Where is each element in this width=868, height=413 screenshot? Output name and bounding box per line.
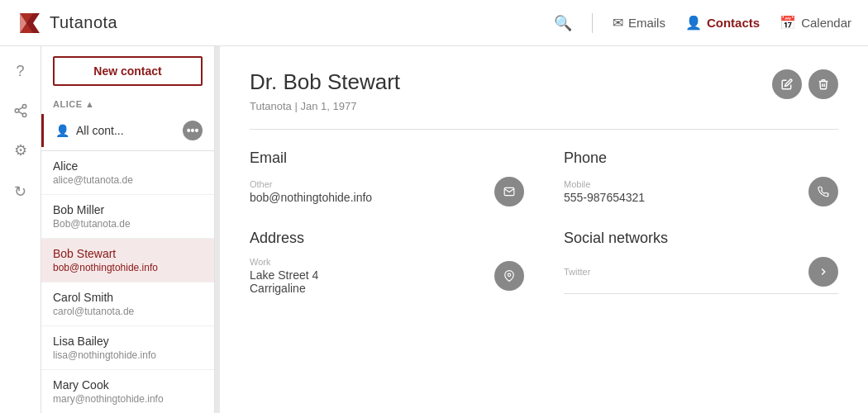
tutanota-logo-icon xyxy=(17,10,43,36)
contact-name: Mary Cook xyxy=(53,378,203,392)
email-field-group: Other bob@nothingtohide.info xyxy=(250,177,524,206)
calendar-label: Calendar xyxy=(801,16,851,30)
nav-calendar[interactable]: 📅 Calendar xyxy=(780,15,851,31)
twitter-row: Twitter xyxy=(564,257,838,294)
contact-entry-lisa-bailey[interactable]: Lisa Bailey lisa@nothingtohide.info xyxy=(41,326,214,370)
contact-entries: Alice alice@tutanota.de Bob Miller Bob@t… xyxy=(41,150,214,413)
contact-email: lisa@nothingtohide.info xyxy=(53,349,203,361)
svg-point-3 xyxy=(15,109,19,113)
delete-contact-button[interactable] xyxy=(808,69,838,99)
contact-email: mary@nothingtohide.info xyxy=(53,393,203,405)
detail-header: Dr. Bob Stewart Tutanota | Jan 1, 1977 xyxy=(250,69,838,130)
svg-point-4 xyxy=(22,113,26,117)
address-field-info: Work Lake Street 4 Carrigaline xyxy=(250,257,484,295)
address-section: Address Work Lake Street 4 Carrigaline xyxy=(250,230,524,295)
all-contacts-label: All cont... xyxy=(76,124,176,137)
app-logo-text: Tutanota xyxy=(50,13,117,32)
main-layout: ? ⚙ ↻ New contact ALICE ▲ 👤 All cont... … xyxy=(0,46,868,413)
nav-emails[interactable]: ✉ Emails xyxy=(613,15,665,31)
contact-list-panel: New contact ALICE ▲ 👤 All cont... ••• Al… xyxy=(41,46,215,413)
contact-entry-carol-smith[interactable]: Carol Smith carol@tutanota.de xyxy=(41,282,214,326)
contact-entry-bob-stewart[interactable]: Bob Stewart bob@nothingtohide.info xyxy=(41,239,214,282)
all-contacts-more-button[interactable]: ••• xyxy=(183,121,203,140)
email-field-label: Other xyxy=(250,179,484,189)
contact-name: Alice xyxy=(53,159,203,173)
search-icon[interactable]: 🔍 xyxy=(554,14,572,32)
all-contacts-row[interactable]: 👤 All cont... ••• xyxy=(41,114,214,147)
contact-name: Lisa Bailey xyxy=(53,335,203,348)
nav-contacts[interactable]: 👤 Contacts xyxy=(685,15,760,31)
edit-contact-button[interactable] xyxy=(772,69,802,99)
group-label: ALICE ▲ xyxy=(41,96,214,114)
twitter-label: Twitter xyxy=(564,267,799,277)
nav-right: 🔍 ✉ Emails 👤 Contacts 📅 Calendar xyxy=(554,13,851,33)
emails-icon: ✉ xyxy=(613,15,623,31)
contact-detail-subtitle: Tutanota | Jan 1, 1977 xyxy=(250,100,772,112)
contacts-label: Contacts xyxy=(707,16,760,30)
contact-email: carol@tutanota.de xyxy=(53,306,203,317)
person-icon: 👤 xyxy=(55,124,69,137)
contact-name: Carol Smith xyxy=(53,291,203,304)
phone-field-value: 555-987654321 xyxy=(564,191,799,204)
share-icon[interactable] xyxy=(13,103,28,118)
contact-detail-name: Dr. Bob Stewart xyxy=(250,69,772,95)
map-address-button[interactable] xyxy=(494,261,524,291)
send-email-button[interactable] xyxy=(494,177,524,206)
contact-email: bob@nothingtohide.info xyxy=(53,262,203,273)
emails-label: Emails xyxy=(628,16,665,30)
phone-section-title: Phone xyxy=(564,150,838,167)
phone-field-label: Mobile xyxy=(564,179,799,189)
sidebar: ? ⚙ ↻ xyxy=(0,46,41,413)
address-field-label: Work xyxy=(250,257,484,267)
address-field-line1: Lake Street 4 xyxy=(250,268,484,282)
svg-point-7 xyxy=(508,273,511,277)
contact-name: Bob Miller xyxy=(53,203,203,216)
email-section-title: Email xyxy=(250,150,524,167)
detail-title-area: Dr. Bob Stewart Tutanota | Jan 1, 1977 xyxy=(250,69,772,112)
settings-icon[interactable]: ⚙ xyxy=(14,141,27,159)
calendar-icon: 📅 xyxy=(780,15,796,31)
contact-entry-bob-miller[interactable]: Bob Miller Bob@tutanota.de xyxy=(41,195,214,239)
social-section: Social networks Twitter xyxy=(564,230,838,295)
open-twitter-button[interactable] xyxy=(808,257,838,287)
phone-section: Phone Mobile 555-987654321 xyxy=(564,150,838,206)
address-section-title: Address xyxy=(250,230,524,247)
svg-point-2 xyxy=(22,105,26,109)
phone-field-group: Mobile 555-987654321 xyxy=(564,177,838,206)
address-field-group: Work Lake Street 4 Carrigaline xyxy=(250,257,524,295)
refresh-icon[interactable]: ↻ xyxy=(14,183,26,201)
svg-line-5 xyxy=(18,112,22,114)
contact-entry-mary-cook[interactable]: Mary Cook mary@nothingtohide.info xyxy=(41,370,214,413)
contact-entry-alice[interactable]: Alice alice@tutanota.de xyxy=(41,151,214,195)
help-icon[interactable]: ? xyxy=(16,63,24,80)
logo-area: Tutanota xyxy=(17,10,554,36)
topbar: Tutanota 🔍 ✉ Emails 👤 Contacts 📅 Calenda… xyxy=(0,0,868,46)
social-section-title: Social networks xyxy=(564,230,838,247)
detail-actions xyxy=(772,69,838,99)
contact-detail-panel: Dr. Bob Stewart Tutanota | Jan 1, 1977 xyxy=(220,46,868,413)
contact-email: Bob@tutanota.de xyxy=(53,218,203,230)
nav-divider xyxy=(592,13,593,33)
phone-field-info: Mobile 555-987654321 xyxy=(564,179,799,204)
contact-email: alice@tutanota.de xyxy=(53,174,203,186)
detail-grid: Email Other bob@nothingtohide.info xyxy=(250,150,838,295)
email-section: Email Other bob@nothingtohide.info xyxy=(250,150,524,206)
contact-name: Bob Stewart xyxy=(53,247,203,260)
email-field-value: bob@nothingtohide.info xyxy=(250,191,484,204)
new-contact-button[interactable]: New contact xyxy=(53,56,203,86)
call-phone-button[interactable] xyxy=(808,177,838,206)
contacts-icon: 👤 xyxy=(685,15,702,31)
email-field-info: Other bob@nothingtohide.info xyxy=(250,179,484,204)
address-field-line2: Carrigaline xyxy=(250,282,484,295)
svg-line-6 xyxy=(18,107,22,110)
